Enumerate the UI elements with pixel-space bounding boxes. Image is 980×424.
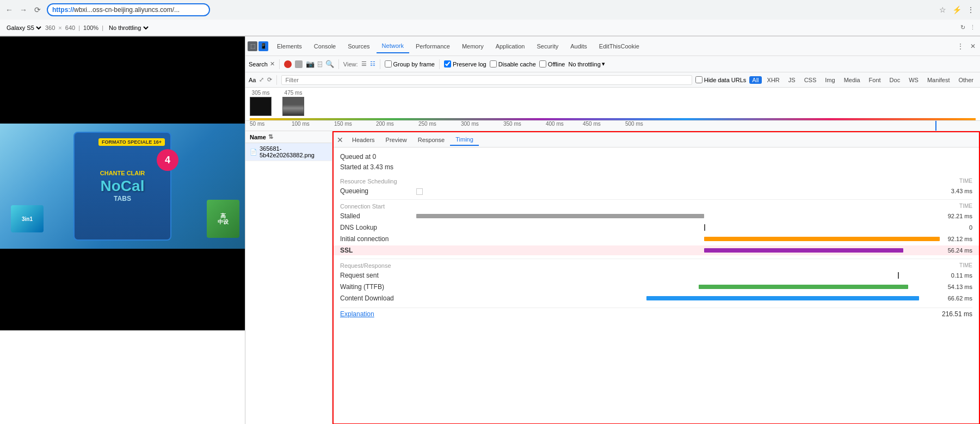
url-box[interactable]: https:// wbxi...oss-cn-beijing.aliyuncs.… bbox=[47, 3, 210, 16]
inspect-icon[interactable]: ⬚ bbox=[248, 41, 257, 51]
explanation-link[interactable]: Explanation bbox=[340, 310, 374, 318]
timing-row-queueing: Queueing 3.43 ms bbox=[340, 186, 972, 196]
filter-all[interactable]: All bbox=[749, 76, 761, 84]
product-box: FORMATO SPECIALE 16+ CHANTE CLAIR NoCal … bbox=[73, 132, 171, 241]
tab-performance[interactable]: Performance bbox=[410, 40, 455, 53]
sort-icon[interactable]: ⇅ bbox=[268, 133, 273, 140]
search-toggle[interactable]: Search ✕ bbox=[249, 60, 275, 67]
tab-network[interactable]: Network bbox=[377, 39, 409, 53]
expand-icon[interactable]: ⤢ bbox=[259, 76, 264, 83]
disable-cache-label[interactable]: Disable cache bbox=[490, 60, 536, 67]
stalled-label: Stalled bbox=[340, 212, 416, 220]
dns-bar bbox=[704, 224, 705, 231]
throttling-text: No throttling bbox=[568, 61, 600, 67]
device-select[interactable]: Galaxy S5 bbox=[4, 24, 43, 32]
reload-icon[interactable]: ⟳ bbox=[33, 5, 42, 15]
detail-tab-preview[interactable]: Preview bbox=[380, 134, 412, 145]
ssl-value: 56.24 ms bbox=[940, 247, 972, 254]
view-detail-icon[interactable]: ☷ bbox=[370, 60, 375, 67]
refresh-icon[interactable]: ⟳ bbox=[267, 76, 272, 83]
device-icon[interactable]: 📱 bbox=[258, 41, 268, 51]
timeline-ruler: 50 ms 100 ms 150 ms 200 ms 250 ms 300 ms… bbox=[245, 120, 980, 131]
forward-icon[interactable]: → bbox=[19, 5, 28, 15]
preserve-log-checkbox[interactable] bbox=[444, 60, 451, 67]
content-download-label: Content Download bbox=[340, 294, 416, 302]
search-icon[interactable]: 🔍 bbox=[325, 60, 334, 68]
devtools-right-icons: ⋮ ✕ bbox=[955, 40, 978, 52]
filter-input[interactable] bbox=[281, 75, 692, 85]
filter-font[interactable]: Font bbox=[866, 76, 884, 84]
timing-row-waiting-ttfb: Waiting (TTFB) 54.13 ms bbox=[340, 282, 972, 292]
filter-js[interactable]: JS bbox=[785, 76, 799, 84]
filter-row: Aa ⤢ ⟳ Hide data URLs All XHR JS CSS Img… bbox=[245, 72, 980, 88]
offline-text: Offline bbox=[548, 61, 565, 67]
disable-cache-checkbox[interactable] bbox=[490, 60, 497, 67]
menu-icon[interactable]: ⋮ bbox=[966, 5, 976, 15]
total-row: Explanation 216.51 ms bbox=[340, 308, 972, 318]
filter-sep bbox=[276, 75, 277, 85]
devtools-tab-bar: ⬚ 📱 Elements Console Sources Network Per… bbox=[245, 36, 980, 56]
timing-row-dns: DNS Lookup 0 bbox=[340, 223, 972, 232]
network-row-1[interactable]: 📄 365681-5b42e20263882.png bbox=[245, 143, 332, 161]
view-list-icon[interactable]: ☰ bbox=[361, 60, 367, 67]
hide-data-urls-checkbox[interactable] bbox=[695, 76, 702, 83]
tab-editthiscookie[interactable]: EditThisCookie bbox=[594, 40, 645, 53]
connection-time-header: TIME bbox=[959, 203, 972, 210]
hide-data-urls-label[interactable]: Hide data URLs bbox=[695, 76, 747, 83]
group-by-frame-text: Group by frame bbox=[393, 61, 435, 67]
detail-close-button[interactable]: ✕ bbox=[334, 133, 347, 146]
section-divider-1 bbox=[340, 199, 972, 200]
filter-img[interactable]: Img bbox=[822, 76, 838, 84]
search-close-icon[interactable]: ✕ bbox=[270, 60, 275, 67]
more-options-icon[interactable]: ⋮ bbox=[970, 24, 976, 31]
filter-manifest[interactable]: Manifest bbox=[924, 76, 953, 84]
filter-other[interactable]: Other bbox=[955, 76, 977, 84]
tab-audits[interactable]: Audits bbox=[565, 40, 593, 53]
queueing-value: 3.43 ms bbox=[940, 188, 972, 194]
group-by-frame-checkbox[interactable] bbox=[385, 60, 392, 67]
offline-checkbox[interactable] bbox=[539, 60, 546, 67]
offline-label[interactable]: Offline bbox=[539, 60, 565, 67]
detail-tab-headers[interactable]: Headers bbox=[347, 134, 380, 145]
initial-connection-bar bbox=[704, 237, 940, 241]
filter-xhr[interactable]: XHR bbox=[764, 76, 783, 84]
filter-doc[interactable]: Doc bbox=[886, 76, 904, 84]
detail-tab-timing[interactable]: Timing bbox=[450, 134, 479, 146]
record-button[interactable] bbox=[284, 60, 292, 68]
tab-application[interactable]: Application bbox=[490, 40, 531, 53]
initial-connection-value: 92.12 ms bbox=[940, 236, 972, 242]
disable-cache-text: Disable cache bbox=[498, 61, 536, 67]
filter-media[interactable]: Media bbox=[841, 76, 864, 84]
tab-console[interactable]: Console bbox=[309, 40, 341, 53]
network-list: Name ⇅ 📄 365681-5b42e20263882.png ✕ Head… bbox=[245, 131, 980, 424]
detail-tab-response[interactable]: Response bbox=[412, 134, 451, 145]
bookmark-icon[interactable]: ☆ bbox=[938, 5, 947, 15]
extension-icon[interactable]: ⚡ bbox=[952, 5, 961, 15]
font-size-aa[interactable]: Aa bbox=[249, 77, 256, 83]
filter-ws[interactable]: WS bbox=[905, 76, 922, 84]
back-icon[interactable]: ← bbox=[4, 5, 14, 15]
throttle-select[interactable]: No throttling bbox=[107, 24, 150, 32]
tab-memory[interactable]: Memory bbox=[457, 40, 489, 53]
throttling-select[interactable]: No throttling ▾ bbox=[568, 60, 605, 67]
devtools-close-icon[interactable]: ✕ bbox=[968, 40, 978, 52]
filter-icon[interactable]: ⌹ bbox=[318, 60, 322, 68]
timing-row-stalled: Stalled 92.21 ms bbox=[340, 211, 972, 221]
ruler-mark-50: 50 ms bbox=[250, 121, 264, 127]
tab-elements[interactable]: Elements bbox=[272, 40, 307, 53]
group-by-frame-label[interactable]: Group by frame bbox=[385, 60, 435, 67]
rotate-icon[interactable]: ↻ bbox=[960, 24, 965, 31]
ruler-mark-100: 100 ms bbox=[292, 121, 310, 127]
tab-security[interactable]: Security bbox=[531, 40, 564, 53]
search-toolbar: Search ✕ 📷 ⌹ 🔍 View: ☰ ☷ Group by frame … bbox=[245, 56, 980, 72]
camera-icon[interactable]: 📷 bbox=[306, 60, 315, 68]
resource-time-header: TIME bbox=[959, 178, 972, 185]
stop-button[interactable] bbox=[295, 60, 303, 68]
started-at-text: Started at 3.43 ms bbox=[340, 162, 972, 173]
tab-sources[interactable]: Sources bbox=[342, 40, 375, 53]
preserve-log-label[interactable]: Preserve log bbox=[444, 60, 486, 67]
filter-css[interactable]: CSS bbox=[801, 76, 820, 84]
queued-at-text: Queued at 0 bbox=[340, 152, 972, 162]
name-column-header: Name ⇅ bbox=[245, 131, 332, 143]
devtools-more-icon[interactable]: ⋮ bbox=[955, 40, 966, 52]
